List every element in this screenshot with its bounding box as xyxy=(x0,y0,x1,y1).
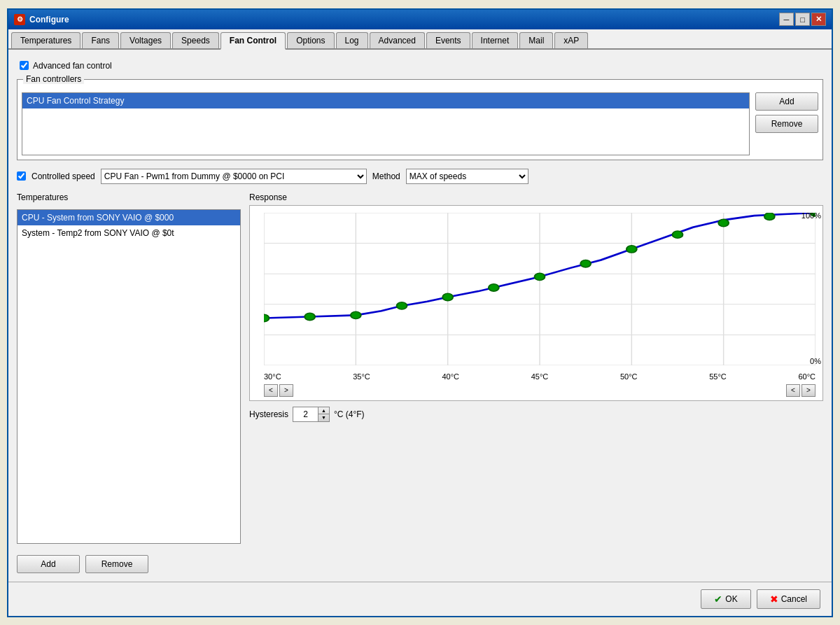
controlled-speed-label: Controlled speed xyxy=(31,171,95,181)
svg-point-15 xyxy=(351,311,361,318)
controlled-speed-checkbox[interactable] xyxy=(17,171,26,181)
svg-point-13 xyxy=(264,314,269,321)
temp-list-item[interactable]: System - Temp2 from SONY VAIO @ $0t xyxy=(18,225,240,241)
ok-label: OK xyxy=(725,594,737,604)
fan-controllers-list[interactable]: CPU Fan Control Strategy xyxy=(22,92,750,155)
tab-speeds[interactable]: Speeds xyxy=(172,32,219,48)
spin-up-button[interactable]: ▲ xyxy=(318,407,329,415)
fan-controllers-title: Fan controllers xyxy=(23,74,84,84)
fan-list-item[interactable]: CPU Fan Control Strategy xyxy=(22,93,749,108)
hysteresis-spinner[interactable]: ▲ ▼ xyxy=(293,407,330,422)
tab-temperatures[interactable]: Temperatures xyxy=(11,32,80,48)
tab-bar: TemperaturesFansVoltagesSpeedsFan Contro… xyxy=(8,29,832,50)
chart-nav-left-prev[interactable]: < xyxy=(264,384,278,397)
hysteresis-label: Hysteresis xyxy=(249,409,288,419)
tab-internet[interactable]: Internet xyxy=(472,32,519,48)
fan-controllers-group: Fan controllers CPU Fan Control Strategy… xyxy=(17,79,823,160)
x-label-45: 45°C xyxy=(531,372,549,381)
title-bar: ⚙ Configure ─ □ ✕ xyxy=(8,10,832,29)
spin-down-button[interactable]: ▼ xyxy=(318,414,329,421)
svg-point-22 xyxy=(673,230,683,237)
chart-nav-left-next[interactable]: > xyxy=(279,384,293,397)
chart-container: 100% 0% xyxy=(249,205,823,401)
svg-point-20 xyxy=(580,260,591,267)
svg-point-16 xyxy=(397,302,407,309)
fan-remove-button[interactable]: Remove xyxy=(755,115,818,133)
tab-xap[interactable]: xAP xyxy=(554,32,588,48)
svg-point-24 xyxy=(764,213,775,220)
advanced-fan-control-checkbox[interactable] xyxy=(20,61,29,70)
main-area: Temperatures CPU - System from SONY VAIO… xyxy=(17,192,823,573)
svg-point-17 xyxy=(442,293,453,300)
title-bar-left: ⚙ Configure xyxy=(14,14,69,25)
minimize-button[interactable]: ─ xyxy=(779,13,794,26)
temperatures-label: Temperatures xyxy=(17,192,241,202)
advanced-fan-control-label: Advanced fan control xyxy=(33,61,112,71)
x-label-35: 35°C xyxy=(353,372,370,381)
chart-nav-left-group: < > xyxy=(264,384,293,397)
tab-voltages[interactable]: Voltages xyxy=(120,32,171,48)
svg-point-23 xyxy=(718,219,729,226)
tab-fans[interactable]: Fans xyxy=(82,32,119,48)
left-panel: Temperatures CPU - System from SONY VAIO… xyxy=(17,192,241,573)
main-window: ⚙ Configure ─ □ ✕ TemperaturesFansVoltag… xyxy=(7,8,833,617)
tab-events[interactable]: Events xyxy=(426,32,470,48)
tab-advanced[interactable]: Advanced xyxy=(370,32,425,48)
tab-options[interactable]: Options xyxy=(287,32,334,48)
hysteresis-row: Hysteresis ▲ ▼ °C (4°F) xyxy=(249,407,823,422)
app-icon: ⚙ xyxy=(14,14,25,25)
window-title: Configure xyxy=(29,15,69,24)
fan-controllers-container: CPU Fan Control Strategy Add Remove xyxy=(18,85,822,160)
temp-remove-button[interactable]: Remove xyxy=(85,555,148,573)
title-controls: ─ □ ✕ xyxy=(779,13,826,26)
tab-mail[interactable]: Mail xyxy=(519,32,553,48)
temperatures-list[interactable]: CPU - System from SONY VAIO @ $000 Syste… xyxy=(17,209,241,544)
maximize-button[interactable]: □ xyxy=(795,13,810,26)
response-chart xyxy=(264,213,816,365)
x-label-30: 30°C xyxy=(264,372,281,381)
fan-add-button[interactable]: Add xyxy=(755,92,818,111)
ok-button[interactable]: ✔ OK xyxy=(701,589,750,609)
svg-point-18 xyxy=(489,283,499,290)
percent-0-label: 0% xyxy=(810,357,821,365)
hysteresis-unit: °C (4°F) xyxy=(334,409,365,419)
temp-list-item[interactable]: CPU - System from SONY VAIO @ $000 xyxy=(18,210,240,225)
tab-log[interactable]: Log xyxy=(336,32,368,48)
x-axis-labels: 30°C 35°C 40°C 45°C 50°C 55°C 60°C xyxy=(264,372,816,381)
method-dropdown[interactable]: MAX of speeds MIN of speeds AVG of speed… xyxy=(406,169,528,184)
svg-point-21 xyxy=(626,245,637,252)
chart-nav-right-group: < > xyxy=(786,384,816,397)
response-label: Response xyxy=(249,192,823,202)
spin-arrows: ▲ ▼ xyxy=(318,407,329,421)
svg-point-14 xyxy=(304,313,315,320)
x-label-40: 40°C xyxy=(442,372,459,381)
advanced-fan-control-row: Advanced fan control xyxy=(17,58,823,73)
chart-nav-right-prev[interactable]: < xyxy=(786,384,800,397)
cancel-label: Cancel xyxy=(781,594,807,604)
close-button[interactable]: ✕ xyxy=(811,13,826,26)
ok-icon: ✔ xyxy=(714,594,722,605)
bottom-bar: ✔ OK ✖ Cancel xyxy=(8,582,832,616)
tab-fan-control[interactable]: Fan Control xyxy=(220,32,286,50)
chart-nav-right-next[interactable]: > xyxy=(802,384,816,397)
right-panel: Response 100% 0% xyxy=(249,192,823,573)
speed-dropdown[interactable]: CPU Fan - Pwm1 from Dummy @ $0000 on PCI xyxy=(101,169,367,184)
cancel-button[interactable]: ✖ Cancel xyxy=(757,589,820,609)
cancel-icon: ✖ xyxy=(770,594,778,605)
fan-controllers-buttons: Add Remove xyxy=(755,92,818,133)
temp-buttons-row: Add Remove xyxy=(17,555,241,573)
x-label-55: 55°C xyxy=(709,372,727,381)
temp-add-button[interactable]: Add xyxy=(17,555,80,573)
percent-100-label: 100% xyxy=(802,211,821,220)
x-label-60: 60°C xyxy=(798,372,816,381)
method-label: Method xyxy=(372,171,400,181)
chart-nav-row: < > < > xyxy=(264,384,816,397)
controlled-speed-row: Controlled speed CPU Fan - Pwm1 from Dum… xyxy=(17,166,823,187)
x-label-50: 50°C xyxy=(620,372,638,381)
svg-point-19 xyxy=(535,273,545,280)
content-area: Advanced fan control Fan controllers CPU… xyxy=(8,50,832,582)
hysteresis-input[interactable] xyxy=(293,407,318,421)
